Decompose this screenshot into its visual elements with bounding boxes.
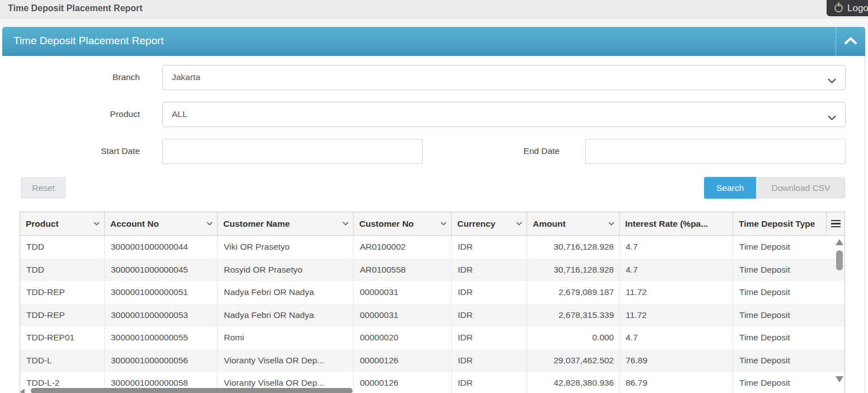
column-menu-button[interactable] bbox=[826, 212, 844, 235]
table-cell-product: TDD-REP01 bbox=[20, 326, 104, 349]
column-header-customer-name[interactable]: Customer Name bbox=[217, 212, 353, 235]
table-cell-time_deposit_type: Time Deposit bbox=[733, 349, 833, 372]
table-cell-product: TDD-L bbox=[20, 349, 104, 372]
table-cell-time_deposit_type: Time Deposit bbox=[733, 259, 833, 282]
top-bar: Time Deposit Placement Report Logout bbox=[0, 0, 868, 18]
table-cell-product: TDD-REP bbox=[20, 304, 104, 327]
chevron-down-icon[interactable] bbox=[93, 222, 100, 226]
horizontal-scrollbar-thumb[interactable] bbox=[31, 388, 353, 393]
table-cell-customer_name: Romi bbox=[217, 326, 353, 349]
end-date-label: End Date bbox=[439, 146, 560, 156]
logout-button[interactable]: Logout bbox=[827, 0, 868, 16]
panel-header: Time Deposit Placement Report bbox=[2, 27, 865, 56]
chevron-down-icon[interactable] bbox=[342, 222, 349, 226]
table-cell-time_deposit_type: Time Deposit bbox=[733, 304, 833, 327]
table-cell-interest_rate: 86.79 bbox=[619, 372, 733, 393]
table-row[interactable]: TDD3000001000000044Viki OR PrasetyoAR010… bbox=[20, 236, 844, 259]
table-row[interactable]: TDD-REP3000001000000051Nadya Febri OR Na… bbox=[20, 281, 844, 304]
scroll-left-arrow[interactable] bbox=[20, 389, 25, 393]
table-cell-customer_no: AR0100002 bbox=[353, 236, 451, 259]
table-cell-account_no: 3000001000000044 bbox=[104, 236, 217, 259]
scroll-down-arrow[interactable] bbox=[836, 376, 843, 382]
chevron-down-icon[interactable] bbox=[516, 222, 522, 226]
branch-label: Branch bbox=[20, 72, 140, 82]
table-cell-currency: IDR bbox=[451, 326, 527, 349]
reset-button[interactable]: Reset bbox=[21, 177, 66, 199]
table-cell-time_deposit_type: Time Deposit bbox=[733, 281, 833, 304]
table-cell-interest_rate: 11.72 bbox=[619, 281, 733, 304]
branch-select[interactable]: Jakarta bbox=[162, 65, 846, 90]
product-label: Product bbox=[20, 109, 140, 119]
table-cell-interest_rate: 4.7 bbox=[619, 259, 733, 282]
table-row[interactable]: TDD-L3000001000000056Vioranty Visella OR… bbox=[20, 349, 844, 372]
table-cell-customer_name: Nadya Febri OR Nadya bbox=[217, 304, 353, 327]
table-cell-amount: 2,678,315.339 bbox=[527, 304, 619, 327]
grid-body: TDD3000001000000044Viki OR PrasetyoAR010… bbox=[20, 236, 844, 393]
table-cell-interest_rate: 4.7 bbox=[619, 326, 733, 349]
menu-icon bbox=[831, 218, 841, 230]
chevron-down-icon[interactable] bbox=[608, 222, 614, 226]
table-cell-product: TDD-REP bbox=[20, 281, 104, 304]
table-cell-account_no: 3000001000000056 bbox=[104, 349, 217, 372]
chevron-down-icon[interactable] bbox=[207, 222, 213, 226]
table-cell-customer_no: AR0100558 bbox=[353, 259, 451, 282]
search-button[interactable]: Search bbox=[704, 177, 756, 199]
table-cell-account_no: 3000001000000055 bbox=[104, 326, 217, 349]
table-cell-customer_name: Rosyid OR Prasetyo bbox=[217, 259, 353, 282]
table-cell-currency: IDR bbox=[451, 236, 527, 259]
table-cell-account_no: 3000001000000045 bbox=[104, 259, 217, 282]
column-header-product[interactable]: Product bbox=[20, 212, 104, 235]
table-cell-amount: 42,828,380.936 bbox=[527, 372, 619, 393]
table-cell-account_no: 3000001000000051 bbox=[104, 281, 217, 304]
table-cell-amount: 30,716,128.928 bbox=[527, 236, 619, 259]
table-row[interactable]: TDD-REP3000001000000053Nadya Febri OR Na… bbox=[20, 304, 844, 327]
start-date-label: Start Date bbox=[20, 146, 140, 156]
table-row[interactable]: TDD-REP013000001000000055Romi00000020IDR… bbox=[20, 326, 844, 349]
column-header-time-deposit-type[interactable]: Time Deposit Type bbox=[733, 212, 826, 235]
power-icon bbox=[834, 4, 843, 12]
start-date-input[interactable] bbox=[162, 139, 423, 164]
download-csv-button[interactable]: Download CSV bbox=[756, 177, 846, 199]
collapse-panel-button[interactable] bbox=[836, 27, 865, 56]
branch-select-value: Jakarta bbox=[172, 72, 200, 82]
table-cell-product: TDD bbox=[20, 236, 104, 259]
table-cell-customer_no: 00000126 bbox=[353, 372, 451, 393]
table-header-row: Product Account No Customer Name Custome… bbox=[20, 212, 844, 236]
column-header-currency[interactable]: Currency bbox=[451, 212, 527, 235]
product-select[interactable]: ALL bbox=[162, 102, 846, 127]
chevron-down-icon[interactable] bbox=[440, 222, 447, 226]
table-cell-interest_rate: 4.7 bbox=[619, 236, 733, 259]
table-cell-interest_rate: 76.89 bbox=[619, 349, 733, 372]
page-title: Time Deposit Placement Report bbox=[8, 3, 143, 13]
table-cell-time_deposit_type: Time Deposit bbox=[733, 236, 833, 259]
page-background-strip bbox=[0, 19, 868, 27]
table-cell-amount: 0.000 bbox=[527, 326, 619, 349]
table-cell-amount: 29,037,462.502 bbox=[527, 349, 619, 372]
table-cell-interest_rate: 11.72 bbox=[619, 304, 733, 327]
results-table: Product Account No Customer Name Custome… bbox=[20, 212, 845, 393]
column-header-amount[interactable]: Amount bbox=[527, 212, 619, 235]
chevron-down-icon bbox=[828, 76, 836, 86]
end-date-input[interactable] bbox=[585, 139, 846, 164]
table-cell-customer_name: Vioranty Visella OR Dep... bbox=[217, 349, 353, 372]
table-row[interactable]: TDD3000001000000045Rosyid OR PrasetyoAR0… bbox=[20, 259, 844, 282]
table-cell-time_deposit_type: Time Deposit bbox=[733, 326, 833, 349]
table-cell-time_deposit_type: Time Deposit bbox=[733, 372, 833, 393]
table-cell-currency: IDR bbox=[451, 259, 527, 282]
table-cell-customer_no: 00000031 bbox=[353, 281, 451, 304]
vertical-scrollbar-thumb[interactable] bbox=[836, 250, 843, 270]
column-header-interest-rate[interactable]: Interest Rate (%pa... bbox=[619, 212, 733, 235]
table-cell-currency: IDR bbox=[451, 372, 527, 393]
table-cell-customer_no: 00000020 bbox=[353, 326, 451, 349]
logout-label: Logout bbox=[847, 3, 868, 14]
chevron-down-icon bbox=[828, 113, 836, 123]
column-header-customer-no[interactable]: Customer No bbox=[353, 212, 451, 235]
product-select-value: ALL bbox=[172, 109, 187, 119]
table-cell-customer_name: Nadya Febri OR Nadya bbox=[217, 281, 353, 304]
column-header-account-no[interactable]: Account No bbox=[104, 212, 217, 235]
scroll-up-arrow[interactable] bbox=[836, 239, 843, 245]
app-window: Time Deposit Placement Report Logout Tim… bbox=[0, 0, 868, 393]
table-cell-amount: 2,679,089.187 bbox=[527, 281, 619, 304]
table-cell-customer_name: Viki OR Prasetyo bbox=[217, 236, 353, 259]
table-cell-currency: IDR bbox=[451, 281, 527, 304]
